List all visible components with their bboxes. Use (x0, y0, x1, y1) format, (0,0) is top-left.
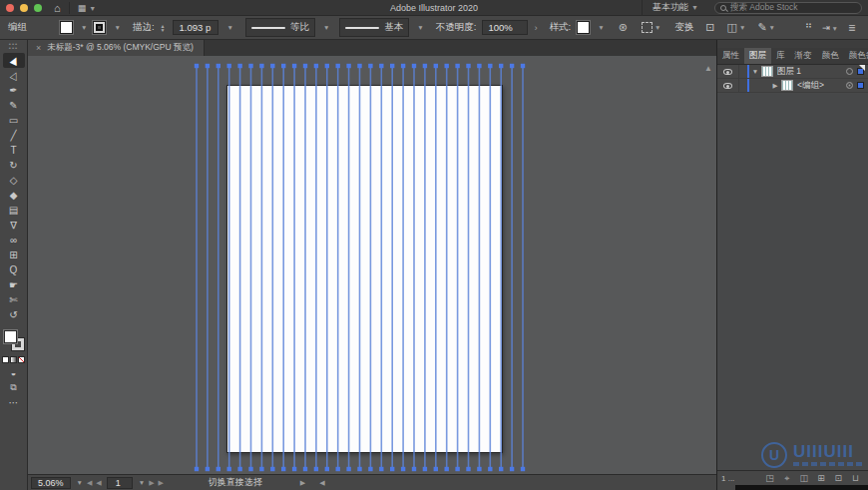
opacity-input[interactable]: 100% (482, 20, 528, 35)
chevron-down-icon[interactable]: ▼ (226, 24, 232, 31)
transform-button[interactable]: 变换 (674, 21, 693, 34)
brush-definition-dropdown[interactable]: 基本 (339, 18, 409, 37)
shaper-tool[interactable]: ◆ (3, 188, 25, 203)
curvature-tool[interactable]: ✎ (3, 98, 25, 113)
layer-thumbnail[interactable] (781, 80, 793, 91)
layer-row[interactable]: ▶<编组> (717, 79, 868, 93)
layer-name[interactable]: <编组> (797, 80, 846, 92)
scrollbar-up-arrow[interactable]: ▲ (704, 64, 712, 73)
artboard-nav-next-icons[interactable]: ▶ ▶ (149, 479, 165, 487)
stroke-width-stepper[interactable]: ▲▼ (161, 24, 166, 32)
workspace-switcher[interactable]: 基本功能 ▼ (642, 0, 708, 15)
layer-name[interactable]: 图层 1 (777, 66, 846, 78)
panel-tab-layers[interactable]: 图层 (744, 48, 771, 64)
eyedropper-tool[interactable]: ∇ (3, 218, 25, 233)
chevron-down-icon[interactable]: ▼ (598, 24, 604, 31)
status-hint-text: 切换直接选择 (209, 476, 262, 489)
selection-color-bar (747, 79, 749, 92)
panel-tab-color-guide[interactable]: 颜色参 (844, 48, 868, 64)
fill-color-swatch[interactable] (60, 21, 73, 34)
collect-for-export-icon[interactable]: ◳ (763, 473, 776, 484)
new-sublayer-icon[interactable]: ⊞ (815, 473, 828, 484)
isolate-selection-icon[interactable]: ⊡ (705, 21, 714, 34)
artboard-nav-prev-icons[interactable]: ◀ ◀ (87, 479, 103, 487)
arrange-documents-icon[interactable]: ▦▼ (78, 3, 96, 13)
edit-toolbar-button[interactable]: ⋯ (3, 395, 25, 410)
gradient-button[interactable] (10, 356, 17, 363)
stock-search-input[interactable]: 搜索 Adobe Stock (714, 2, 862, 14)
clipping-mask-icon[interactable]: ◫ (797, 473, 810, 484)
document-tab[interactable]: × 未标题-3* @ 5.06% (CMYK/GPU 预览) (28, 40, 205, 56)
close-window-button[interactable] (6, 4, 14, 12)
minimize-window-button[interactable] (20, 4, 28, 12)
panel-tab-color[interactable]: 颜色 (817, 48, 844, 64)
scrollbar-left-arrow[interactable]: ◀ (319, 479, 324, 487)
zoom-window-button[interactable] (34, 4, 42, 12)
panel-scrollbar[interactable] (717, 485, 868, 490)
delete-icon[interactable]: ⊔ (849, 473, 862, 484)
recolor-artwork-icon[interactable]: ⊛ (619, 21, 628, 34)
chevron-down-icon[interactable]: ▼ (139, 479, 145, 486)
scale-tool[interactable]: ◇ (3, 173, 25, 188)
layer-thumbnail[interactable] (761, 66, 773, 77)
drawing-mode-button[interactable]: ◒ (3, 365, 25, 380)
selected-vertical-lines[interactable] (28, 56, 716, 474)
shape-options-icon[interactable]: ✎▼ (757, 21, 775, 34)
new-layer-icon[interactable]: ⊡ (832, 473, 845, 484)
panel-grip[interactable]: •••••• (9, 42, 18, 50)
chevron-down-icon[interactable]: ▼ (323, 24, 329, 31)
hand-tool[interactable]: ☛ (3, 277, 25, 292)
target-circle-icon[interactable] (846, 82, 853, 89)
stroke-width-input[interactable]: 1.093 p (173, 20, 218, 35)
canvas[interactable]: ▲ (28, 56, 716, 474)
panel-tab-gradient[interactable]: 渐变 (790, 48, 817, 64)
screen-mode-button[interactable]: ⧉ (3, 380, 25, 395)
paintbrush-tool[interactable]: ╱ (3, 128, 25, 143)
home-icon[interactable]: ⌂ (54, 3, 61, 13)
target-circle-icon[interactable] (846, 68, 853, 75)
visibility-toggle[interactable] (717, 79, 739, 92)
rectangle-tool[interactable]: ▭ (3, 113, 25, 128)
none-button[interactable] (18, 356, 25, 363)
type-tool[interactable]: T (3, 143, 25, 158)
panel-tab-libraries[interactable]: 库 (771, 48, 790, 64)
status-options-arrow[interactable]: ▶ (300, 479, 305, 487)
rotate-tool[interactable]: ↻ (3, 158, 25, 173)
fill-stroke-indicator[interactable] (4, 330, 24, 350)
docking-icon[interactable]: ⇥▼ (822, 22, 838, 33)
gradient-tool[interactable]: ▤ (3, 203, 25, 218)
opacity-options-arrow[interactable]: › (534, 22, 537, 33)
artboard-tool[interactable]: ⊞ (3, 247, 25, 262)
chevron-down-icon[interactable]: ▼ (77, 479, 83, 486)
chevron-down-icon[interactable]: ▼ (81, 24, 87, 31)
scrollbar-thumb[interactable] (735, 485, 868, 490)
color-button[interactable] (2, 356, 9, 363)
workspace-grid-icon[interactable]: ⠛ (805, 22, 812, 33)
expand-icon[interactable]: ▶ (769, 82, 781, 90)
graphic-style-swatch[interactable] (577, 21, 590, 34)
selection-tool[interactable]: ▶ (3, 53, 25, 68)
rotate-view-tool[interactable]: ↺ (3, 307, 25, 322)
blend-tool[interactable]: ∞ (3, 233, 25, 247)
locate-object-icon[interactable]: ⌖ (780, 473, 793, 484)
selection-indicator[interactable] (857, 82, 864, 89)
width-profile-dropdown[interactable]: 等比 (245, 18, 315, 37)
chevron-down-icon[interactable]: ▼ (114, 24, 120, 31)
pen-tool[interactable]: ✒ (3, 83, 25, 98)
close-document-icon[interactable]: × (36, 43, 41, 53)
zoom-level-input[interactable]: 5.06% (31, 477, 71, 489)
visibility-toggle[interactable] (717, 65, 739, 78)
direct-selection-tool[interactable]: ▷ (3, 68, 25, 83)
chevron-down-icon[interactable]: ▼ (417, 24, 423, 31)
zoom-tool[interactable]: Q (3, 262, 25, 277)
layer-row[interactable]: ▼图层 1 (717, 65, 868, 79)
stroke-color-swatch[interactable] (93, 21, 106, 34)
slice-tool[interactable]: ✄ (3, 292, 25, 307)
panel-tab-properties[interactable]: 属性 (717, 48, 744, 64)
artboard-number-input[interactable]: 1 (107, 477, 133, 489)
expand-icon[interactable]: ▼ (749, 68, 761, 75)
panel-list-icon[interactable]: ≣ (848, 22, 856, 33)
fill-proxy[interactable] (4, 330, 17, 343)
align-options-icon[interactable]: ◫▼ (727, 21, 746, 34)
select-similar-icon[interactable]: ▼ (642, 22, 660, 33)
